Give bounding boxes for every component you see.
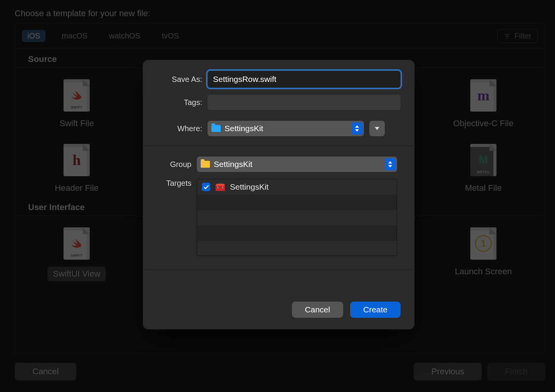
template-launch-screen[interactable]: 1 Launch Screen — [445, 227, 522, 281]
template-prompt: Choose a template for your new file: — [15, 8, 150, 18]
save-as-input[interactable] — [208, 71, 401, 88]
tab-ios[interactable]: iOS — [22, 30, 45, 42]
template-label: SwiftUI View — [47, 267, 106, 281]
filter-placeholder: Filter — [515, 32, 532, 40]
swiftui-view-icon: SWIFT — [64, 227, 90, 260]
launch-screen-icon: 1 — [470, 227, 496, 260]
folder-icon — [201, 161, 210, 168]
targets-label: Targets — [143, 179, 197, 188]
sheet-cancel-button[interactable]: Cancel — [292, 302, 343, 318]
expand-browser-button[interactable] — [369, 121, 385, 136]
template-swift-file[interactable]: SWIFT Swift File — [38, 79, 115, 128]
where-popup[interactable]: SettingsKit — [208, 121, 364, 136]
objc-file-icon: m — [470, 79, 496, 112]
metal-file-icon: MMETAL — [470, 144, 496, 176]
filter-icon — [504, 33, 511, 40]
tab-macos[interactable]: macOS — [56, 30, 93, 42]
template-metal-file[interactable]: MMETAL Metal File — [445, 144, 522, 193]
platform-tabbar: iOS macOS watchOS tvOS Filter — [15, 23, 545, 49]
popup-stepper-icon — [352, 122, 362, 135]
tab-watchos[interactable]: watchOS — [104, 30, 146, 42]
save-sheet: Save As: Tags: Where: SettingsKit Group … — [143, 60, 414, 329]
group-value: SettingsKit — [214, 160, 252, 169]
swift-file-icon: SWIFT — [64, 79, 90, 112]
target-checkbox[interactable] — [202, 183, 210, 191]
previous-button[interactable]: Previous — [414, 363, 482, 380]
header-file-icon: h — [64, 144, 90, 176]
folder-icon — [211, 125, 221, 132]
targets-list: 🧰 SettingsKit — [197, 179, 397, 256]
template-label: Launch Screen — [455, 267, 512, 277]
sheet-create-button[interactable]: Create — [350, 302, 401, 318]
group-popup[interactable]: SettingsKit — [197, 157, 397, 172]
tab-tvos[interactable]: tvOS — [156, 30, 184, 42]
save-as-label: Save As: — [143, 75, 208, 84]
tags-label: Tags: — [143, 98, 208, 107]
template-label: Header File — [55, 183, 99, 193]
template-label: Objective-C File — [453, 118, 513, 128]
where-label: Where: — [143, 124, 208, 133]
group-label: Group — [143, 160, 197, 169]
target-name: SettingsKit — [230, 182, 268, 192]
briefcase-icon: 🧰 — [215, 182, 225, 192]
template-objc-file[interactable]: m Objective-C File — [445, 79, 522, 128]
template-swiftui-view[interactable]: SWIFT SwiftUI View — [38, 227, 115, 281]
template-label: Metal File — [465, 183, 501, 193]
popup-stepper-icon — [385, 158, 396, 170]
target-row[interactable]: 🧰 SettingsKit — [197, 179, 397, 195]
template-label: Swift File — [59, 118, 94, 128]
template-header-file[interactable]: h Header File — [38, 144, 115, 193]
tags-input[interactable] — [208, 95, 401, 110]
cancel-button[interactable]: Cancel — [15, 363, 76, 380]
finish-button: Finish — [487, 363, 545, 380]
where-value: SettingsKit — [225, 124, 263, 133]
filter-field[interactable]: Filter — [497, 29, 538, 43]
